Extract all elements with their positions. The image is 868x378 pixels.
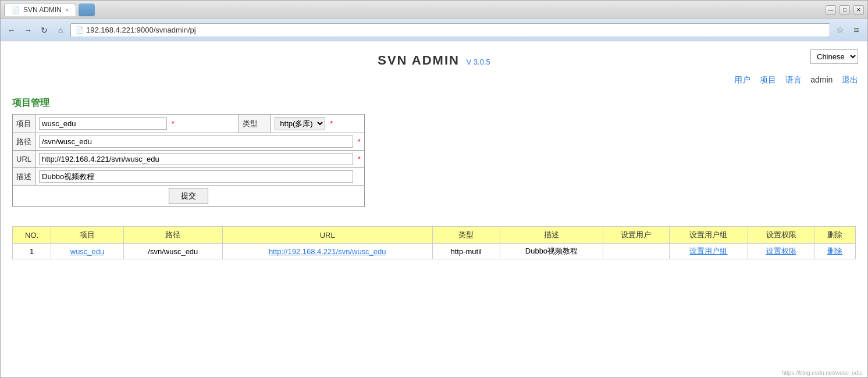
submit-cell: 提交 bbox=[13, 186, 365, 207]
title-bar-left: 📄 SVN ADMIN × bbox=[4, 3, 95, 16]
table-header: NO. 项目 路径 URL 类型 描述 设置用户 设置用户组 设置权限 删除 bbox=[13, 227, 856, 244]
row-delete: 删除 bbox=[814, 244, 856, 259]
row-project: wusc_edu bbox=[51, 244, 124, 259]
form-table: 项目 * 类型 http(多库) http(单库) svn(多库) * bbox=[12, 114, 365, 207]
url-input-cell: * bbox=[35, 151, 365, 168]
col-project: 项目 bbox=[51, 227, 124, 244]
row-set-group: 设置用户组 bbox=[669, 244, 748, 259]
project-required: * bbox=[172, 119, 175, 128]
row-path: /svn/wusc_edu bbox=[123, 244, 222, 259]
nav-projects-link[interactable]: 项目 bbox=[760, 75, 776, 84]
submit-button[interactable]: 提交 bbox=[169, 188, 208, 204]
col-set-group: 设置用户组 bbox=[669, 227, 748, 244]
path-input[interactable] bbox=[39, 135, 353, 148]
path-input-cell: * bbox=[35, 133, 365, 151]
desc-input-cell bbox=[35, 168, 365, 186]
address-url[interactable]: 192.168.4.221:9000/svnadmin/pj bbox=[86, 26, 196, 34]
path-label: 路径 bbox=[13, 133, 35, 151]
tab-doc-icon: 📄 bbox=[12, 6, 20, 14]
form-row-url: URL * bbox=[13, 151, 365, 168]
address-doc-icon: 📄 bbox=[76, 26, 84, 34]
row-set-user bbox=[603, 244, 669, 259]
lang-select[interactable]: Chinese English bbox=[810, 49, 858, 64]
table-body: 1 wusc_edu /svn/wusc_edu http://192.168.… bbox=[13, 244, 856, 259]
tab-close-btn[interactable]: × bbox=[65, 6, 69, 13]
nav-logout-link[interactable]: 退出 bbox=[842, 75, 858, 84]
type-select[interactable]: http(多库) http(单库) svn(多库) bbox=[275, 117, 325, 130]
row-type: http-mutil bbox=[432, 244, 500, 259]
col-delete: 删除 bbox=[814, 227, 856, 244]
col-no: NO. bbox=[13, 227, 51, 244]
type-label: 类型 bbox=[239, 115, 271, 133]
section-title: 项目管理 bbox=[1, 92, 867, 114]
desc-label: 描述 bbox=[13, 168, 35, 186]
row-url: http://192.168.4.221/svn/wusc_edu bbox=[222, 244, 432, 259]
menu-btn[interactable]: ≡ bbox=[850, 24, 863, 37]
refresh-btn[interactable]: ↻ bbox=[38, 24, 51, 37]
window-controls: — □ ✕ bbox=[826, 5, 864, 15]
browser-tab[interactable]: 📄 SVN ADMIN × bbox=[4, 3, 76, 16]
new-tab-btn[interactable] bbox=[79, 3, 95, 16]
data-table: NO. 项目 路径 URL 类型 描述 设置用户 设置用户组 设置权限 删除 1 bbox=[12, 226, 856, 259]
table-header-row: NO. 项目 路径 URL 类型 描述 设置用户 设置用户组 设置权限 删除 bbox=[13, 227, 856, 244]
col-type: 类型 bbox=[432, 227, 500, 244]
language-selector: Chinese English bbox=[810, 49, 858, 64]
minimize-btn[interactable]: — bbox=[826, 5, 836, 15]
page-version: V 3.0.5 bbox=[467, 58, 490, 66]
browser-window: 📄 SVN ADMIN × — □ ✕ ← → ↻ ⌂ 📄 192.168.4.… bbox=[0, 0, 868, 378]
bookmark-btn[interactable]: ☆ bbox=[834, 24, 846, 37]
col-url: URL bbox=[222, 227, 432, 244]
nav-language-link[interactable]: 语言 bbox=[785, 75, 802, 84]
address-bar: ← → ↻ ⌂ 📄 192.168.4.221:9000/svnadmin/pj… bbox=[1, 19, 867, 41]
row-project-link[interactable]: wusc_edu bbox=[70, 247, 105, 256]
nav-admin-label: admin bbox=[810, 75, 833, 84]
type-required: * bbox=[330, 119, 333, 128]
col-set-user: 设置用户 bbox=[603, 227, 669, 244]
home-btn[interactable]: ⌂ bbox=[54, 24, 67, 37]
form-row-submit: 提交 bbox=[13, 186, 365, 207]
desc-input[interactable] bbox=[39, 170, 353, 183]
delete-link[interactable]: 删除 bbox=[827, 247, 842, 255]
col-path: 路径 bbox=[123, 227, 222, 244]
form-row-desc: 描述 bbox=[13, 168, 365, 186]
set-group-link[interactable]: 设置用户组 bbox=[689, 247, 727, 255]
form-row-project: 项目 * 类型 http(多库) http(单库) svn(多库) * bbox=[13, 115, 365, 133]
project-input[interactable] bbox=[39, 117, 167, 130]
nav-users-link[interactable]: 用户 bbox=[734, 75, 750, 84]
row-url-link[interactable]: http://192.168.4.221/svn/wusc_edu bbox=[269, 247, 386, 256]
close-btn[interactable]: ✕ bbox=[853, 5, 864, 15]
title-bar: 📄 SVN ADMIN × — □ ✕ bbox=[1, 1, 867, 19]
url-required: * bbox=[358, 155, 361, 163]
tab-title: SVN ADMIN bbox=[23, 6, 62, 14]
page-header: SVN ADMIN V 3.0.5 bbox=[1, 41, 867, 73]
type-input-cell: http(多库) http(单库) svn(多库) * bbox=[271, 115, 364, 133]
project-form: 项目 * 类型 http(多库) http(单库) svn(多库) * bbox=[12, 114, 365, 207]
data-table-container: NO. 项目 路径 URL 类型 描述 设置用户 设置用户组 设置权限 删除 1 bbox=[12, 226, 856, 259]
forward-btn[interactable]: → bbox=[22, 24, 34, 37]
url-input[interactable] bbox=[39, 153, 353, 165]
watermark: https://blog.csdn.net/wusc_edu bbox=[782, 370, 862, 376]
row-desc: Dubbo视频教程 bbox=[500, 244, 603, 259]
path-required: * bbox=[358, 137, 361, 146]
col-set-perm: 设置权限 bbox=[748, 227, 814, 244]
set-perm-link[interactable]: 设置权限 bbox=[766, 247, 796, 255]
row-set-perm: 设置权限 bbox=[748, 244, 814, 259]
address-input-container: 📄 192.168.4.221:9000/svnadmin/pj bbox=[70, 23, 830, 37]
page-title: SVN ADMIN bbox=[378, 53, 460, 67]
table-row: 1 wusc_edu /svn/wusc_edu http://192.168.… bbox=[13, 244, 856, 259]
project-label: 项目 bbox=[13, 115, 35, 133]
maximize-btn[interactable]: □ bbox=[839, 5, 850, 15]
nav-links: 用户 项目 语言 admin 退出 bbox=[1, 73, 867, 92]
back-btn[interactable]: ← bbox=[5, 24, 18, 37]
project-input-cell: * bbox=[35, 115, 239, 133]
col-desc: 描述 bbox=[500, 227, 603, 244]
url-label: URL bbox=[13, 151, 35, 168]
row-no: 1 bbox=[13, 244, 51, 259]
form-row-path: 路径 * bbox=[13, 133, 365, 151]
page-content: Chinese English SVN ADMIN V 3.0.5 用户 项目 … bbox=[1, 41, 867, 377]
